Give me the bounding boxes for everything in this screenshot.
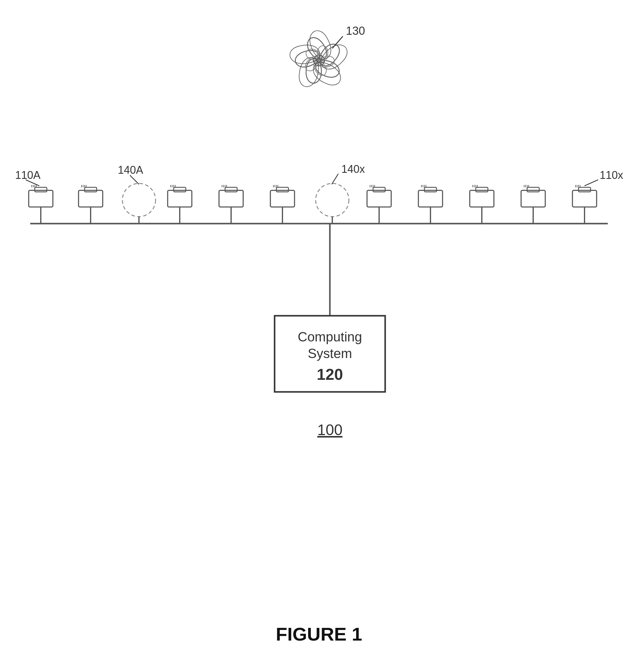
svg-rect-32 (219, 190, 243, 207)
svg-point-21 (122, 183, 155, 217)
svg-rect-58 (424, 187, 437, 192)
camera-6 (367, 185, 391, 223)
computing-label: Computing (298, 329, 362, 344)
svg-rect-25 (168, 190, 192, 207)
svg-text:110A: 110A (15, 169, 40, 181)
svg-line-48 (332, 174, 338, 184)
svg-text:110x: 110x (600, 169, 623, 181)
figure-label: FIGURE 1 (276, 624, 362, 644)
svg-rect-39 (270, 190, 295, 207)
svg-rect-40 (276, 187, 288, 192)
svg-rect-71 (521, 190, 545, 207)
svg-line-23 (130, 175, 139, 184)
svg-rect-57 (418, 190, 442, 207)
camera-8 (470, 185, 494, 223)
svg-rect-64 (470, 190, 494, 207)
svg-rect-79 (578, 187, 591, 192)
svg-rect-5 (29, 190, 53, 207)
camera-3 (168, 185, 192, 223)
system-number: 120 (317, 366, 343, 383)
camera-110A (29, 185, 53, 223)
svg-text:130: 130 (346, 24, 365, 37)
svg-text:140A: 140A (118, 164, 143, 176)
svg-line-85 (585, 180, 598, 186)
svg-rect-65 (476, 187, 488, 192)
camera-2 (79, 185, 103, 223)
svg-point-46 (316, 183, 349, 217)
svg-rect-33 (225, 187, 237, 192)
camera-5 (270, 185, 295, 223)
svg-rect-72 (527, 187, 539, 192)
system-label: System (308, 346, 352, 361)
svg-rect-15 (85, 187, 97, 192)
system-id-label: 100 (317, 421, 342, 438)
svg-rect-51 (373, 187, 385, 192)
svg-text:140x: 140x (341, 163, 365, 175)
svg-rect-14 (79, 190, 103, 207)
svg-rect-50 (367, 190, 391, 207)
svg-rect-26 (174, 187, 186, 192)
camera-4 (219, 185, 243, 223)
diagram-container: 130 110A (0, 0, 638, 672)
svg-line-2 (332, 36, 343, 48)
camera-110x (572, 185, 597, 223)
svg-rect-6 (35, 187, 47, 192)
camera-9 (521, 185, 545, 223)
svg-rect-78 (572, 190, 597, 207)
pinwheel-group (287, 28, 349, 89)
camera-7 (418, 185, 442, 223)
